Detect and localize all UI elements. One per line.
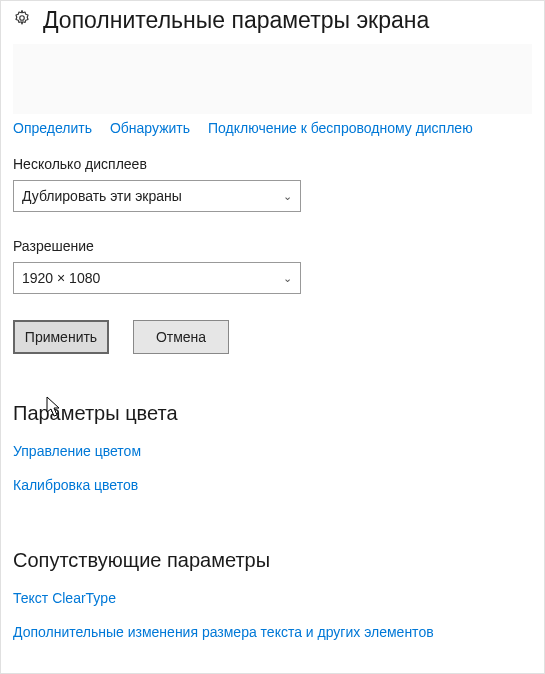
detect-link[interactable]: Обнаружить [110,120,190,136]
cancel-button[interactable]: Отмена [133,320,229,354]
related-section-heading: Сопутствующие параметры [13,549,532,572]
resolution-value: 1920 × 1080 [22,270,100,286]
cancel-button-label: Отмена [156,329,206,345]
page-title: Дополнительные параметры экрана [43,7,429,34]
apply-button[interactable]: Применить [13,320,109,354]
apply-button-label: Применить [25,329,97,345]
multiple-displays-label: Несколько дисплеев [13,156,532,172]
cleartype-link[interactable]: Текст ClearType [13,590,532,606]
multiple-displays-select[interactable]: Дублировать эти экраны ⌄ [13,180,301,212]
action-button-row: Применить Отмена [13,320,532,354]
resolution-label: Разрешение [13,238,532,254]
chevron-down-icon: ⌄ [283,190,292,203]
svg-point-0 [20,16,25,21]
color-calibration-link[interactable]: Калибровка цветов [13,477,532,493]
multiple-displays-value: Дублировать эти экраны [22,188,182,204]
chevron-down-icon: ⌄ [283,272,292,285]
display-actions-row: Определить Обнаружить Подключение к бесп… [13,120,532,136]
display-preview-area [13,44,532,114]
gear-icon [13,9,31,32]
color-section-heading: Параметры цвета [13,402,532,425]
advanced-sizing-link[interactable]: Дополнительные изменения размера текста … [13,624,532,640]
identify-link[interactable]: Определить [13,120,92,136]
wireless-display-link[interactable]: Подключение к беспроводному дисплею [208,120,473,136]
color-management-link[interactable]: Управление цветом [13,443,532,459]
resolution-select[interactable]: 1920 × 1080 ⌄ [13,262,301,294]
page-header: Дополнительные параметры экрана [13,7,532,34]
